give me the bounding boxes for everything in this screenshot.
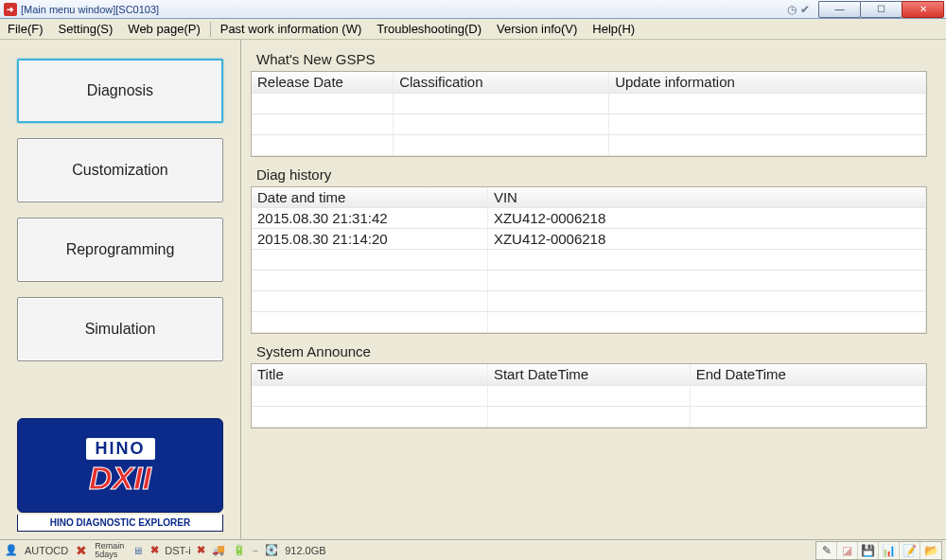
col-update-info[interactable]: Update information <box>609 72 926 93</box>
sidebar-item-simulation[interactable]: Simulation <box>17 297 223 361</box>
tool-eraser-icon[interactable]: ◪ <box>837 542 858 559</box>
diag-history-title: Diag history <box>251 163 927 186</box>
table-row[interactable] <box>252 271 926 291</box>
menu-webpage[interactable]: Web page(P) <box>120 20 207 38</box>
x-icon: ✖ <box>150 544 159 556</box>
diag-history-table[interactable]: Date and time VIN 2015.08.30 21:31:42 XZ… <box>252 187 926 334</box>
dashboard-icon[interactable]: ◷ <box>787 3 797 16</box>
status-remain-value: 5days <box>95 550 117 559</box>
window-title: [Main menu window][SC0103] <box>21 4 787 15</box>
table-row[interactable] <box>252 250 926 271</box>
sidebar-item-customization[interactable]: Customization <box>17 138 223 202</box>
col-classification[interactable]: Classification <box>394 72 609 93</box>
app-icon: ➜ <box>4 3 17 16</box>
sidebar-item-reprogramming[interactable]: Reprogramming <box>17 218 223 282</box>
table-row[interactable] <box>252 114 926 134</box>
logo: HINO DXII HINO DIAGNOSTIC EXPLORER <box>17 418 223 532</box>
sidebar: Diagnosis Customization Reprogramming Si… <box>0 40 241 539</box>
battery-icon: 🔋 <box>232 543 247 558</box>
logo-caption: HINO DIAGNOSTIC EXPLORER <box>17 515 223 532</box>
cell-datetime: 2015.08.30 21:31:42 <box>252 208 487 229</box>
close-button[interactable]: ✕ <box>902 1 944 18</box>
cell-vin: XZU412-0006218 <box>487 229 925 250</box>
tool-edit-icon[interactable]: 📝 <box>900 542 920 559</box>
tool-folder-icon[interactable]: 📂 <box>920 542 941 559</box>
disk-icon: 💽 <box>264 543 279 558</box>
system-announce-title: System Announce <box>251 340 927 363</box>
menu-version[interactable]: Version info(V) <box>489 20 585 38</box>
table-row[interactable] <box>252 93 926 114</box>
col-release-date[interactable]: Release Date <box>252 72 394 93</box>
status-user: AUTOCD <box>25 545 68 556</box>
menubar: File(F) Setting(S) Web page(P) Past work… <box>0 19 946 40</box>
toolbox: ✎ ◪ 💾 📊 📝 📂 <box>815 541 942 560</box>
menu-setting[interactable]: Setting(S) <box>51 20 121 38</box>
server-icon: 🖥 <box>130 543 145 558</box>
truck-icon: 🚚 <box>211 543 226 558</box>
table-row[interactable] <box>252 134 926 155</box>
tool-chart-icon[interactable]: 📊 <box>879 542 900 559</box>
whats-new-title: What's New GSPS <box>251 47 927 71</box>
sidebar-item-diagnosis[interactable]: Diagnosis <box>17 59 223 123</box>
table-row[interactable] <box>252 406 926 427</box>
col-start-dt[interactable]: Start DateTime <box>487 364 690 385</box>
col-end-dt[interactable]: End DateTime <box>690 364 925 385</box>
col-date-time[interactable]: Date and time <box>252 187 487 208</box>
table-row[interactable]: 2015.08.30 21:14:20 XZU412-0006218 <box>252 229 926 250</box>
system-announce-group: System Announce Title Start DateTime End… <box>251 340 927 429</box>
system-announce-table[interactable]: Title Start DateTime End DateTime <box>252 364 926 428</box>
titlebar: ➜ [Main menu window][SC0103] ◷ ✔ — ☐ ✕ <box>0 0 946 19</box>
menu-separator <box>210 22 211 37</box>
user-icon: 👤 <box>4 543 19 558</box>
menu-file[interactable]: File(F) <box>0 20 51 38</box>
cell-datetime: 2015.08.30 21:14:20 <box>252 229 487 250</box>
x-icon: ✖ <box>197 544 205 556</box>
menu-pastwork[interactable]: Past work information (W) <box>213 20 370 38</box>
menu-help[interactable]: Help(H) <box>585 20 642 38</box>
col-title[interactable]: Title <box>252 364 487 385</box>
status-dst: DST-i <box>165 545 191 556</box>
whats-new-table[interactable]: Release Date Classification Update infor… <box>252 72 926 156</box>
table-row[interactable] <box>252 385 926 406</box>
remain-icon: ✖ <box>74 543 89 558</box>
logo-product: DXII <box>89 462 151 494</box>
content-area: What's New GSPS Release Date Classificat… <box>241 40 946 539</box>
col-vin[interactable]: VIN <box>487 187 925 208</box>
menu-troubleshooting[interactable]: Troubleshooting(D) <box>369 20 489 38</box>
minimize-button[interactable]: — <box>818 1 861 18</box>
diag-history-group: Diag history Date and time VIN 2015.08.3… <box>251 163 927 335</box>
cell-vin: XZU412-0006218 <box>487 208 925 229</box>
tool-pencil-icon[interactable]: ✎ <box>816 542 837 559</box>
table-row[interactable] <box>252 312 926 333</box>
check-icon[interactable]: ✔ <box>800 3 810 16</box>
maximize-button[interactable]: ☐ <box>860 1 902 18</box>
statusbar: 👤 AUTOCD ✖ Remain 5days 🖥 ✖ DST-i ✖ 🚚 🔋 … <box>0 539 946 560</box>
table-row[interactable]: 2015.08.30 21:31:42 XZU412-0006218 <box>252 208 926 229</box>
whats-new-group: What's New GSPS Release Date Classificat… <box>251 47 927 157</box>
logo-brand: HINO <box>86 438 155 460</box>
table-row[interactable] <box>252 291 926 312</box>
status-disk: 912.0GB <box>285 545 325 556</box>
tool-save-icon[interactable]: 💾 <box>858 542 879 559</box>
